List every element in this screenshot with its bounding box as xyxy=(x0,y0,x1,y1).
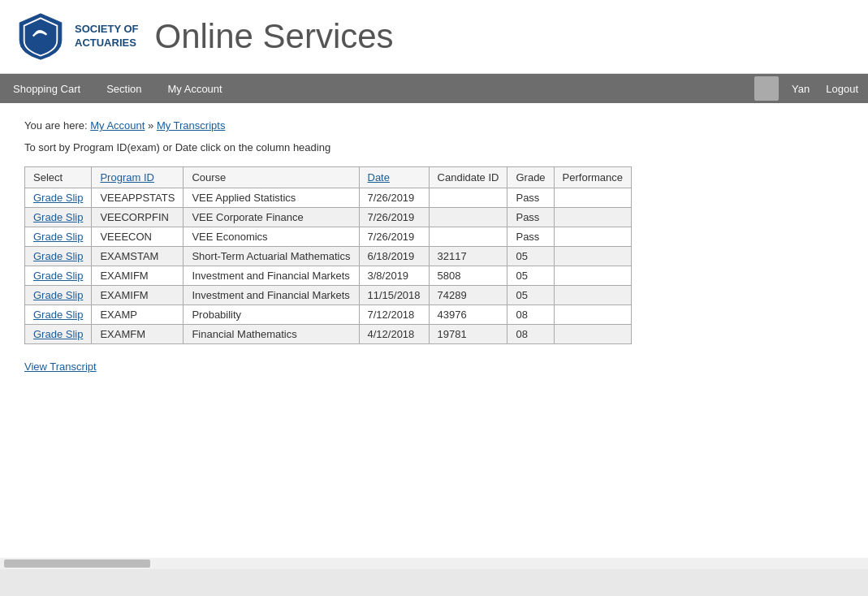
sort-program-id[interactable]: Program ID xyxy=(100,171,153,184)
cell-performance xyxy=(554,325,631,344)
nav-username: Yan xyxy=(785,83,816,95)
cell-program-id: VEECORPFIN xyxy=(92,208,184,227)
grade-slip-link[interactable]: Grade Slip xyxy=(33,270,83,282)
nav-right-area: Yan Logout xyxy=(754,76,868,101)
cell-date: 7/12/2018 xyxy=(359,305,429,325)
breadcrumb-prefix: You are here: xyxy=(24,119,90,132)
grade-slip-link[interactable]: Grade Slip xyxy=(33,289,83,301)
cell-grade: 05 xyxy=(507,286,554,305)
cell-grade: 08 xyxy=(507,325,554,344)
col-course: Course xyxy=(184,167,359,188)
instructions-text: To sort by Program ID(exam) or Date clic… xyxy=(24,141,844,153)
nav-shopping-cart[interactable]: Shopping Cart xyxy=(0,74,93,103)
grade-slip-link[interactable]: Grade Slip xyxy=(33,231,83,243)
col-select: Select xyxy=(25,167,92,188)
cell-program-id: EXAMFM xyxy=(92,325,184,344)
col-candidate-id: Candidate ID xyxy=(429,167,507,188)
cell-grade: 05 xyxy=(507,266,554,286)
cell-performance xyxy=(554,208,631,227)
cell-program-id: VEEECON xyxy=(92,227,184,247)
cell-grade: 05 xyxy=(507,247,554,266)
cell-performance xyxy=(554,266,631,286)
scrollbar-thumb[interactable] xyxy=(4,559,150,568)
cell-course: VEE Applied Statistics xyxy=(184,188,359,208)
header: SOCIETY OF ACTUARIES Online Services xyxy=(0,0,868,74)
cell-candidate-id: 19781 xyxy=(429,325,507,344)
cell-course: Probability xyxy=(184,305,359,325)
cell-performance xyxy=(554,227,631,247)
cell-candidate-id: 5808 xyxy=(429,266,507,286)
cell-select: Grade Slip xyxy=(25,208,92,227)
breadcrumb-my-transcripts[interactable]: My Transcripts xyxy=(157,119,226,132)
view-transcript-section: View Transcript xyxy=(24,361,844,373)
cell-course: VEE Corporate Finance xyxy=(184,208,359,227)
table-row: Grade SlipEXAMIFMInvestment and Financia… xyxy=(25,266,632,286)
cell-select: Grade Slip xyxy=(25,188,92,208)
soa-logo-icon xyxy=(16,12,65,61)
cell-grade: Pass xyxy=(507,227,554,247)
grade-slip-link[interactable]: Grade Slip xyxy=(33,309,83,321)
nav-section[interactable]: Section xyxy=(93,74,154,103)
cell-date: 7/26/2019 xyxy=(359,208,429,227)
cell-date: 7/26/2019 xyxy=(359,188,429,208)
cell-course: Investment and Financial Markets xyxy=(184,286,359,305)
col-grade: Grade xyxy=(507,167,554,188)
main-content: You are here: My Account » My Transcript… xyxy=(0,103,868,558)
breadcrumb-separator: » xyxy=(148,119,157,132)
cell-candidate-id xyxy=(429,227,507,247)
cell-program-id: EXAMP xyxy=(92,305,184,325)
cell-candidate-id: 43976 xyxy=(429,305,507,325)
cell-program-id: VEEAPPSTATS xyxy=(92,188,184,208)
cell-course: Investment and Financial Markets xyxy=(184,266,359,286)
grade-slip-link[interactable]: Grade Slip xyxy=(33,192,83,204)
site-title: Online Services xyxy=(155,17,394,56)
table-row: Grade SlipEXAMPProbability7/12/201843976… xyxy=(25,305,632,325)
table-header-row: Select Program ID Course Date Candidate … xyxy=(25,167,632,188)
cell-candidate-id: 74289 xyxy=(429,286,507,305)
cell-date: 7/26/2019 xyxy=(359,227,429,247)
cell-course: VEE Economics xyxy=(184,227,359,247)
cell-performance xyxy=(554,305,631,325)
cell-select: Grade Slip xyxy=(25,227,92,247)
sort-date[interactable]: Date xyxy=(368,171,390,184)
cell-program-id: EXAMIFM xyxy=(92,286,184,305)
navbar: Shopping Cart Section My Account Yan Log… xyxy=(0,74,868,103)
cell-course: Short-Term Actuarial Mathematics xyxy=(184,247,359,266)
cell-performance xyxy=(554,286,631,305)
cell-candidate-id xyxy=(429,208,507,227)
table-row: Grade SlipVEEAPPSTATSVEE Applied Statist… xyxy=(25,188,632,208)
table-row: Grade SlipEXAMIFMInvestment and Financia… xyxy=(25,286,632,305)
cell-grade: 08 xyxy=(507,305,554,325)
col-performance: Performance xyxy=(554,167,631,188)
cell-performance xyxy=(554,188,631,208)
transcripts-table: Select Program ID Course Date Candidate … xyxy=(24,166,632,344)
cell-date: 3/8/2019 xyxy=(359,266,429,286)
nav-my-account[interactable]: My Account xyxy=(155,74,235,103)
cell-program-id: EXAMSTAM xyxy=(92,247,184,266)
grade-slip-link[interactable]: Grade Slip xyxy=(33,250,83,262)
cell-select: Grade Slip xyxy=(25,247,92,266)
cell-grade: Pass xyxy=(507,208,554,227)
view-transcript-link[interactable]: View Transcript xyxy=(24,361,97,373)
breadcrumb-my-account[interactable]: My Account xyxy=(90,119,145,132)
cell-date: 11/15/2018 xyxy=(359,286,429,305)
logo-text: SOCIETY OF ACTUARIES xyxy=(75,23,139,50)
cell-candidate-id: 32117 xyxy=(429,247,507,266)
logout-button[interactable]: Logout xyxy=(816,83,868,95)
table-row: Grade SlipVEECORPFINVEE Corporate Financ… xyxy=(25,208,632,227)
cell-grade: Pass xyxy=(507,188,554,208)
cell-date: 6/18/2019 xyxy=(359,247,429,266)
table-row: Grade SlipVEEECONVEE Economics7/26/2019P… xyxy=(25,227,632,247)
cell-select: Grade Slip xyxy=(25,305,92,325)
grade-slip-link[interactable]: Grade Slip xyxy=(33,328,83,340)
cell-program-id: EXAMIFM xyxy=(92,266,184,286)
user-avatar xyxy=(754,76,779,101)
col-program-id: Program ID xyxy=(92,167,184,188)
cell-select: Grade Slip xyxy=(25,286,92,305)
breadcrumb: You are here: My Account » My Transcript… xyxy=(24,119,844,132)
grade-slip-link[interactable]: Grade Slip xyxy=(33,211,83,223)
cell-course: Financial Mathematics xyxy=(184,325,359,344)
cell-performance xyxy=(554,247,631,266)
cell-select: Grade Slip xyxy=(25,325,92,344)
scrollbar-area xyxy=(0,558,868,569)
